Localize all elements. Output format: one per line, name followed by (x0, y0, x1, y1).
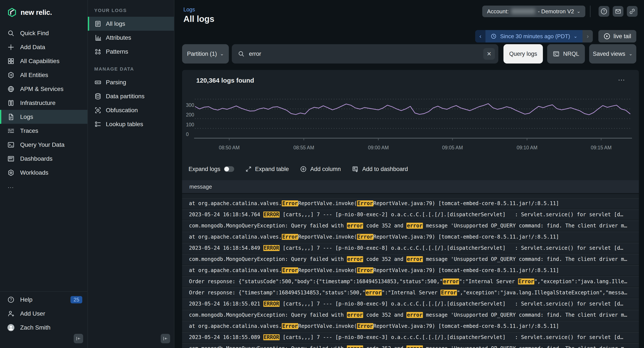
clear-search-button[interactable]: ✕ (483, 48, 495, 60)
logs-sidebar-item-lookup-tables[interactable]: Lookup tables (88, 117, 174, 131)
partition-label: Partition (1) (187, 51, 217, 57)
account-switcher[interactable]: Account: - Demotron V2 ⌄ (482, 6, 585, 17)
account-row: Account: - Demotron V2 ⌄ ? (482, 6, 638, 17)
sidebar-item-all-entities[interactable]: All Entities (0, 68, 88, 82)
sidebar-item-dashboards[interactable]: Dashboards (0, 152, 88, 166)
table-row[interactable]: 2023-05-24 16:18:54.764 ERROR [carts,,,]… (182, 209, 639, 219)
table-row[interactable]: at org.apache.catalina.valves.ErrorRepor… (182, 198, 639, 208)
expand-table-label: Expand table (255, 166, 289, 172)
sidebar-item-traces[interactable]: Traces (0, 124, 88, 138)
table-row[interactable]: at org.apache.catalina.valves.ErrorRepor… (182, 265, 639, 275)
logs-sidebar-item-parsing[interactable]: Parsing (88, 75, 174, 89)
svg-text:300: 300 (186, 102, 194, 108)
sidebar-item-label: Workloads (20, 169, 48, 176)
data-partitions-icon (94, 93, 102, 100)
add-column-button[interactable]: Add column (300, 166, 341, 172)
help-icon: ? (7, 296, 14, 303)
log-text: code 352 and (363, 256, 406, 262)
log-text: 2023-05-24 16:18:54.849 (189, 245, 263, 251)
sidebar-item-query-your-data[interactable]: Query Your Data (0, 138, 88, 152)
log-text: com.mongodb.MongoQueryException: Query f… (189, 345, 347, 348)
lookup-tables-icon (94, 121, 102, 128)
attributes-icon (94, 34, 102, 41)
search-icon (7, 30, 14, 37)
table-row[interactable]: com.mongodb.MongoQueryException: Query f… (182, 310, 639, 320)
highlighted-match: Error (357, 323, 373, 329)
table-row[interactable]: com.mongodb.MongoQueryException: Query f… (182, 254, 639, 264)
highlighted-match: Error (282, 200, 298, 206)
logs-sidebar-item-obfuscation[interactable]: Obfuscation (88, 103, 174, 117)
logs-sidebar-item-attributes[interactable]: Attributes (88, 31, 174, 45)
time-forward-button[interactable]: › (582, 30, 593, 43)
inbox-button[interactable] (613, 6, 624, 17)
log-text: message 'Unsupported OP_QUERY command: f… (423, 312, 627, 318)
sidebar-more-button[interactable]: ... (0, 180, 88, 193)
sidebar-item-infrastructure[interactable]: Infrastructure (0, 96, 88, 110)
time-range-button[interactable]: Since 30 minutes ago (PDT) ⌄ (486, 30, 582, 43)
add-user-icon (7, 310, 14, 317)
log-text: message 'Unsupported OP_QUERY command: f… (423, 256, 627, 262)
avatar (7, 324, 14, 331)
sidebar-collapse-button[interactable] (74, 334, 83, 343)
more-menu-button[interactable]: ... (618, 74, 625, 82)
table-row[interactable]: at org.apache.catalina.valves.ErrorRepor… (182, 232, 639, 242)
highlighted-match: error (347, 256, 363, 262)
sidebar-item-apm-services[interactable]: APM & Services (0, 82, 88, 96)
log-text: code 352 and (363, 312, 406, 318)
account-name: - Demotron V2 (538, 8, 574, 15)
log-search-box[interactable]: ✕ (232, 44, 498, 64)
new-relic-logo-icon (7, 7, 17, 18)
sidebar-item-quick-find[interactable]: Quick Find (0, 26, 88, 40)
live-tail-button[interactable]: live tail (598, 30, 636, 43)
primary-nav: Quick FindAdd DataAll CapabilitiesAll En… (0, 26, 88, 193)
section-header-your-logs: YOUR LOGS (88, 0, 174, 17)
expand-logs-label: Expand logs (188, 166, 220, 172)
log-text: at org.apache.catalina.valves. (189, 200, 282, 206)
expand-table-button[interactable]: Expand table (245, 166, 289, 172)
sidebar-item-workloads[interactable]: Workloads (0, 166, 88, 180)
add-to-dashboard-button[interactable]: Add to dashboard (352, 166, 408, 172)
plus-circle-icon (300, 166, 307, 172)
table-row[interactable]: com.mongodb.MongoQueryException: Query f… (182, 343, 639, 348)
log-volume-chart: 010020030040008:50 AM08:55 AM09:00 AM09:… (182, 97, 639, 154)
table-row[interactable]: com.mongodb.MongoQueryException: Query f… (182, 221, 639, 230)
logs-sidebar-collapse-button[interactable] (161, 334, 170, 343)
svg-text:09:05 AM: 09:05 AM (442, 145, 463, 150)
logs-sidebar-item-all-logs[interactable]: All logs (88, 17, 174, 31)
log-text: ReportValve.java:79) [tomcat-embed-core-… (374, 200, 559, 206)
partition-dropdown[interactable]: Partition (1) ⌄ (182, 44, 229, 64)
help-circle-button[interactable]: ? (598, 6, 609, 17)
sidebar-item-logs[interactable]: Logs (0, 110, 88, 124)
logs-sidebar-item-patterns[interactable]: Patterns (88, 45, 174, 59)
table-row[interactable]: Order response: {"timestamp":16849451348… (182, 287, 639, 297)
query-logs-button[interactable]: Query logs (504, 44, 543, 64)
sidebar-item-add-user[interactable]: Add User (0, 307, 88, 320)
expand-logs-toggle[interactable] (224, 166, 234, 172)
time-back-button[interactable]: ‹ (475, 30, 486, 43)
table-row[interactable]: Order response: {"statusCode":500,"body"… (182, 276, 639, 286)
log-text: code 352 and (363, 223, 406, 229)
sidebar-item-all-capabilities[interactable]: All Capabilities (0, 54, 88, 68)
table-row[interactable]: 2023-05-24 16:18:55.021 ERROR [carts,,,]… (182, 299, 639, 308)
dashboard-icon (7, 155, 14, 162)
new-relic-logo[interactable]: new relic. (0, 0, 88, 19)
message-column-label: message (190, 184, 212, 190)
logs-sidebar-item-label: Lookup tables (106, 121, 143, 128)
table-column-header[interactable]: message (182, 180, 639, 194)
clock-icon (490, 33, 496, 39)
breadcrumb[interactable]: Logs (184, 7, 195, 13)
sidebar-item-zach-smith[interactable]: Zach Smith (0, 320, 88, 334)
sidebar-item-help[interactable]: ?Help25 (0, 293, 88, 307)
nrql-button[interactable]: NRQL (547, 44, 585, 64)
saved-views-dropdown[interactable]: Saved views ⌄ (589, 44, 636, 64)
search-input[interactable] (249, 51, 483, 57)
logs-sidebar-item-data-partitions[interactable]: Data partitions (88, 89, 174, 103)
main-content: Logs All logs Account: - Demotron V2 ⌄ ?… (175, 0, 644, 348)
table-row[interactable]: 2023-05-24 16:18:54.849 ERROR [carts,,,]… (182, 243, 639, 253)
table-row[interactable]: 2023-05-24 16:18:55.089 ERROR [carts,,,]… (182, 332, 639, 342)
sidebar-item-add-data[interactable]: Add Data (0, 40, 88, 54)
table-row[interactable]: at org.apache.catalina.valves.ErrorRepor… (182, 321, 639, 331)
share-button[interactable] (627, 6, 638, 17)
log-text: ReportValve.java:79) [tomcat-embed-core-… (374, 323, 559, 329)
highlighted-match: error (443, 278, 459, 284)
